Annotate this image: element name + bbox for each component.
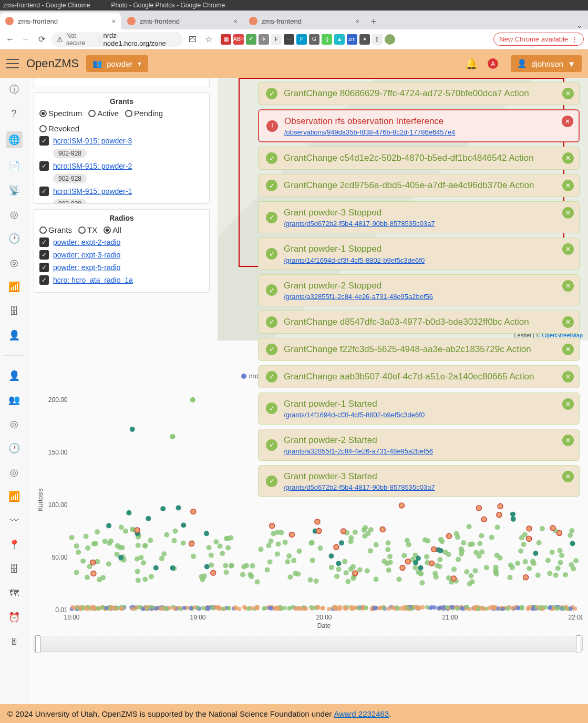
extension-icon[interactable]: G: [309, 34, 319, 45]
extension-icon[interactable]: F: [271, 34, 282, 45]
group-icon[interactable]: 👥: [8, 394, 20, 406]
dismiss-toast-icon[interactable]: ✕: [562, 152, 574, 164]
award-link[interactable]: Award 2232463: [334, 709, 389, 718]
url-field[interactable]: ⚠ Not secure | nrdz-node1.hcro.org/zone: [51, 32, 183, 47]
user-icon[interactable]: 👤: [8, 329, 20, 342]
filter-all[interactable]: All: [104, 225, 121, 234]
help-icon[interactable]: ?: [8, 107, 20, 120]
radio-link[interactable]: powder: expt-5-radio: [53, 263, 120, 272]
extension-icon[interactable]: P: [296, 34, 307, 45]
close-tab-icon[interactable]: ×: [355, 17, 359, 25]
checkbox-icon[interactable]: ✓: [39, 136, 49, 146]
time-range-slider[interactable]: [34, 636, 583, 652]
signal-icon[interactable]: 📶: [8, 281, 20, 293]
extension-icon[interactable]: ⋯: [284, 34, 294, 45]
broadcast-icon[interactable]: ◎: [8, 418, 20, 430]
extension-icon[interactable]: ABP: [233, 34, 244, 45]
extension-icon[interactable]: zm: [347, 34, 357, 45]
dismiss-toast-icon[interactable]: ✕: [562, 471, 574, 482]
radio-link[interactable]: powder: expt-3-radio: [53, 251, 120, 259]
user-menu-button[interactable]: 👤 djohnson ▼: [511, 55, 582, 72]
grant-item[interactable]: ✓ hcro:ISM-915: powder-2: [39, 161, 204, 171]
toast-link[interactable]: /grants/a32855f1-2c84-4e26-a731-48e95a2b…: [284, 447, 433, 455]
toast-link[interactable]: /grants/d5d672b2-f5b4-4817-90bb-8578535c…: [284, 483, 435, 491]
checkbox-icon[interactable]: ✓: [39, 187, 49, 196]
filter-spectrum[interactable]: Spectrum: [39, 109, 82, 118]
back-button[interactable]: ←: [4, 35, 16, 44]
document-icon[interactable]: 📄: [8, 160, 20, 172]
database-icon[interactable]: 🗄: [8, 563, 20, 575]
dismiss-toast-icon[interactable]: ✕: [562, 88, 574, 99]
radio-item[interactable]: ✓ hcro: hcro_ata_radio_1a: [39, 275, 204, 285]
checkbox-icon[interactable]: ✓: [39, 275, 49, 285]
filter-revoked[interactable]: Revoked: [39, 124, 79, 133]
dismiss-toast-icon[interactable]: ✕: [562, 398, 574, 410]
dismiss-toast-icon[interactable]: ✕: [562, 316, 574, 328]
forward-button[interactable]: →: [20, 35, 32, 44]
alarm-badge[interactable]: A: [488, 58, 498, 69]
close-tab-icon[interactable]: ×: [233, 17, 238, 25]
grant-link[interactable]: hcro:ISM-915: powder-3: [53, 137, 132, 145]
info-icon[interactable]: ⓘ: [8, 83, 20, 96]
extensions-puzzle-icon[interactable]: ✦: [359, 34, 370, 45]
extension-icon[interactable]: ↶: [246, 34, 256, 45]
clock-icon[interactable]: 🕐: [8, 442, 20, 455]
range-handle-right[interactable]: [576, 635, 581, 653]
filter-tx[interactable]: TX: [78, 225, 97, 234]
checkbox-icon[interactable]: ✓: [39, 263, 49, 272]
user-icon[interactable]: 👤: [8, 369, 20, 382]
filter-grants[interactable]: Grants: [39, 225, 72, 234]
extension-icon[interactable]: {}: [322, 34, 332, 45]
new-tab-button[interactable]: +: [366, 14, 382, 29]
extension-icon[interactable]: ✈: [259, 34, 269, 45]
grant-item[interactable]: ✓ hcro:ISM-915: powder-1: [39, 187, 204, 196]
dismiss-toast-icon[interactable]: ✕: [562, 344, 574, 355]
grant-link[interactable]: hcro:ISM-915: powder-1: [53, 187, 132, 195]
dismiss-toast-icon[interactable]: ✕: [562, 243, 574, 255]
share-icon[interactable]: ⮹: [187, 35, 199, 44]
toast-link[interactable]: /grants/14f1694d-cf3f-4cf5-8802-b9ef5c3d…: [284, 411, 425, 419]
toast-link[interactable]: /grants/a32855f1-2c84-4e26-a731-48e95a2b…: [284, 293, 433, 301]
devices-icon[interactable]: ▯: [372, 34, 383, 45]
radio-item[interactable]: ✓ powder: expt-3-radio: [39, 250, 204, 260]
dismiss-toast-icon[interactable]: ✕: [562, 435, 574, 446]
tune-icon[interactable]: 🎚: [8, 635, 20, 648]
extension-icon[interactable]: ▲: [334, 34, 345, 45]
close-tab-icon[interactable]: ×: [111, 17, 116, 25]
checkbox-icon[interactable]: ✓: [39, 161, 49, 171]
broadcast-icon[interactable]: ◎: [8, 256, 20, 269]
filter-active[interactable]: Active: [88, 109, 119, 118]
toast-link[interactable]: /grants/d5d672b2-f5b4-4817-90bb-8578535c…: [284, 220, 435, 228]
wifi-icon[interactable]: 📶: [8, 490, 20, 503]
broadcast-icon[interactable]: ◎: [8, 208, 20, 221]
reload-button[interactable]: ⟳: [36, 34, 47, 44]
tab-overflow-icon[interactable]: ⌄: [576, 21, 583, 29]
grant-link[interactable]: hcro:ISM-915: powder-2: [53, 162, 132, 170]
range-handle-left[interactable]: [35, 635, 40, 653]
waves-icon[interactable]: 〰: [8, 514, 20, 527]
map-icon[interactable]: 🗺: [8, 587, 20, 600]
grant-item[interactable]: ✓ hcro:ISM-915: powder-3: [39, 136, 204, 146]
toast-link[interactable]: /grants/14f1694d-cf3f-4cf5-8802-b9ef5c3d…: [284, 256, 425, 264]
pin-icon[interactable]: 📍: [8, 539, 20, 551]
extension-icon[interactable]: ▦: [221, 34, 231, 45]
notifications-bell-icon[interactable]: 🔔: [465, 57, 478, 70]
chrome-menu-icon[interactable]: ⋮: [571, 35, 578, 43]
new-chrome-available-pill[interactable]: New Chrome available ⋮: [493, 33, 584, 46]
database-icon[interactable]: 🗄: [8, 305, 20, 317]
filter-pending[interactable]: Pending: [125, 109, 163, 118]
alarm-icon[interactable]: ⏰: [8, 611, 20, 624]
menu-hamburger-icon[interactable]: [6, 59, 19, 68]
antenna-icon[interactable]: 📡: [8, 184, 20, 197]
radio-link[interactable]: hcro: hcro_ata_radio_1a: [53, 276, 133, 284]
broadcast-icon[interactable]: ◎: [8, 466, 20, 479]
radio-link[interactable]: powder: expt-2-radio: [53, 238, 120, 246]
dismiss-toast-icon[interactable]: ✕: [562, 207, 574, 219]
browser-tab[interactable]: zms-frontend ×: [244, 13, 365, 29]
clock-icon[interactable]: 🕐: [8, 232, 20, 245]
toast-link[interactable]: /observations/949da35b-f838-476b-8c2d-17…: [284, 128, 455, 136]
checkbox-icon[interactable]: ✓: [39, 250, 49, 260]
profile-avatar-icon[interactable]: [385, 34, 395, 45]
radio-item[interactable]: ✓ powder: expt-2-radio: [39, 237, 204, 247]
browser-tab[interactable]: zms-frontend ×: [122, 13, 243, 29]
